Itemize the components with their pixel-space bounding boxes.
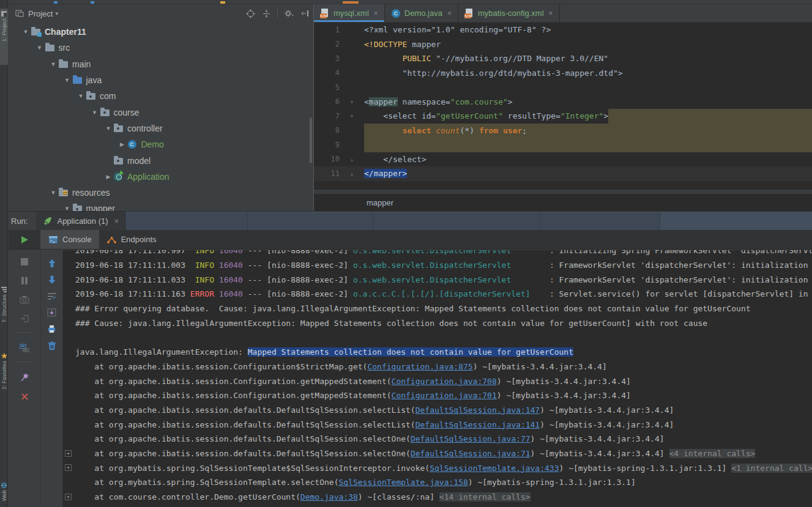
chevron-down-icon[interactable]: ▾ [55, 10, 58, 17]
tree-item-chapter11[interactable]: ▼Chapter11 [9, 24, 313, 40]
project-header-actions [245, 9, 310, 18]
editor-tab-mybatis-config-xml[interactable]: </>mybatis-config.xml× [458, 4, 560, 22]
tree-item-demo[interactable]: ▶CDemo [9, 136, 313, 152]
close-icon[interactable]: × [549, 9, 553, 18]
rerun-button[interactable] [9, 230, 40, 249]
expand-fold-icon[interactable]: + [65, 494, 72, 500]
close-icon[interactable]: × [114, 216, 119, 226]
stacktrace-link[interactable]: Configuration.java:875 [367, 362, 472, 371]
stacktrace-link[interactable]: DefaultSqlSession.java:141 [415, 420, 540, 429]
tree-expand-icon[interactable]: ▼ [90, 109, 100, 116]
hide-icon[interactable] [300, 9, 310, 18]
locate-icon[interactable] [245, 9, 255, 18]
stacktrace-link[interactable]: DefaultSqlSession.java:77 [411, 434, 531, 443]
tree-item-controller[interactable]: ▼controller [9, 120, 313, 136]
stacktrace-link[interactable]: Configuration.java:708 [392, 377, 497, 386]
stacktrace-link[interactable]: Configuration.java:701 [392, 391, 497, 400]
soft-wrap-button[interactable] [47, 291, 58, 302]
tree-item-resources[interactable]: ▼resources [9, 185, 313, 201]
console-text: INFO [195, 275, 214, 284]
expand-fold-icon[interactable]: + [65, 450, 72, 457]
fold-marker-icon[interactable]: ▿ [340, 98, 364, 105]
stripe-item--project[interactable]: 1: Project [0, 9, 8, 65]
expand-fold-icon[interactable]: + [65, 464, 72, 471]
run-configuration-tab[interactable]: Application (1) × [36, 212, 125, 230]
gear-icon[interactable] [284, 9, 294, 18]
tree-expand-icon[interactable]: ▶ [103, 174, 113, 180]
tree-expand-icon[interactable]: ▼ [48, 61, 58, 67]
tree-expand-icon[interactable]: ▶ [117, 141, 127, 147]
tree-expand-icon[interactable]: ▼ [62, 205, 72, 211]
pin-button[interactable] [19, 372, 30, 383]
header-segment [125, 212, 248, 230]
console-line: java.lang.IllegalArgumentException: Mapp… [63, 345, 812, 360]
print-button[interactable] [47, 324, 58, 335]
tree-expand-icon[interactable]: ▼ [21, 29, 31, 35]
project-panel-title[interactable]: Project [28, 9, 53, 18]
tree-expand-icon[interactable]: ▼ [48, 190, 58, 196]
tree-item-label: controller [127, 124, 163, 133]
console-text: : Initializing Spring FrameworkServlet '… [549, 250, 812, 255]
stacktrace-link[interactable]: SqlSessionTemplate.java:158 [338, 478, 467, 487]
exit-button[interactable] [19, 313, 30, 324]
run-tab-endpoints[interactable]: Endpoints [99, 230, 164, 249]
console-output[interactable]: 2019-06-18 17:11:10.997 INFO 16040 --- [… [62, 250, 812, 507]
console-line: at org.apache.ibatis.session.defaults.De… [63, 403, 812, 418]
tree-item-label: src [59, 43, 70, 53]
favorites-stripe-icon [1, 353, 7, 359]
console-line: 2019-06-18 17:11:11.033 INFO 16040 --- [… [63, 272, 812, 287]
tree-item-mapper[interactable]: ▼mapper [9, 201, 313, 211]
pause-button[interactable] [19, 275, 30, 286]
tree-item-java[interactable]: ▼java [9, 72, 313, 88]
stacktrace-link[interactable]: DefaultSqlSession.java:71 [411, 449, 531, 458]
tree-item-com[interactable]: ▼com [9, 88, 313, 104]
tree-expand-icon[interactable]: ▼ [103, 125, 113, 131]
tree-item-label: main [72, 59, 91, 69]
stripe-item--structure[interactable]: 7: Structure [0, 284, 8, 341]
project-scrollbar[interactable] [310, 117, 312, 163]
stacktrace-link[interactable]: DefaultSqlSession.java:147 [415, 405, 540, 415]
stacktrace-link[interactable]: Demo.java:38 [300, 492, 358, 501]
console-text: ### Cause: java.lang.IllegalArgumentExce… [75, 319, 707, 328]
tree-item-src[interactable]: ▼src [9, 40, 313, 56]
breadcrumb[interactable]: mapper [367, 198, 393, 207]
console-text: ) ~[mybatis-3.4.4.jar:3.4.4] [497, 377, 631, 386]
layout-button[interactable] [19, 342, 30, 353]
console-text: at org.apache.ibatis.session.Configurati… [75, 391, 392, 400]
tree-expand-icon[interactable]: ▼ [76, 93, 86, 99]
stop-button[interactable] [19, 256, 30, 267]
console-text: ) ~[classes/:na] [358, 492, 439, 501]
stripe-item--favorites[interactable]: 2: Favorites [0, 350, 8, 403]
stacktrace-link[interactable]: SqlSessionTemplate.java:433 [430, 464, 559, 473]
down-arrow-button[interactable] [47, 274, 58, 285]
tree-expand-icon[interactable]: ▼ [35, 45, 45, 51]
console-text: at org.apache.ibatis.session.Configurati… [75, 362, 367, 371]
structure-stripe-icon [1, 287, 7, 292]
close-icon[interactable]: × [447, 9, 452, 18]
scroll-end-button[interactable] [47, 307, 58, 318]
console-line: at org.apache.ibatis.session.defaults.De… [63, 432, 812, 446]
tree-expand-icon[interactable]: ▼ [62, 77, 72, 83]
java-class-icon: C [391, 9, 401, 18]
fold-marker-icon[interactable]: ▵ [340, 170, 364, 177]
fold-marker-icon[interactable]: ▿ [340, 113, 364, 119]
fold-marker-icon[interactable]: ▵ [340, 156, 364, 163]
tree-item-course[interactable]: ▼course [9, 104, 313, 120]
code-line-1: 1<?xml version="1.0" encoding="UTF-8" ?> [314, 23, 812, 37]
code-editor[interactable]: 1<?xml version="1.0" encoding="UTF-8" ?>… [314, 23, 812, 181]
console-text: java.lang.IllegalArgumentException: [75, 347, 248, 357]
tree-item-model[interactable]: model [9, 152, 313, 168]
close-red-button[interactable] [19, 391, 30, 402]
console-text [214, 275, 219, 284]
editor-tab-mysql-xml[interactable]: </>mysql.xml× [314, 4, 385, 22]
tree-item-application[interactable]: ▶Application [9, 169, 313, 185]
dump-button[interactable] [19, 294, 30, 305]
up-arrow-button[interactable] [47, 257, 58, 268]
clear-all-button[interactable] [47, 340, 58, 351]
run-tab-console[interactable]: Console [40, 230, 99, 249]
collapse-all-icon[interactable] [261, 9, 271, 18]
close-icon[interactable]: × [374, 9, 378, 18]
stripe-item-web[interactable]: Web [0, 480, 8, 507]
editor-tab-demo-java[interactable]: CDemo.java× [385, 4, 458, 22]
tree-item-main[interactable]: ▼main [9, 56, 313, 72]
